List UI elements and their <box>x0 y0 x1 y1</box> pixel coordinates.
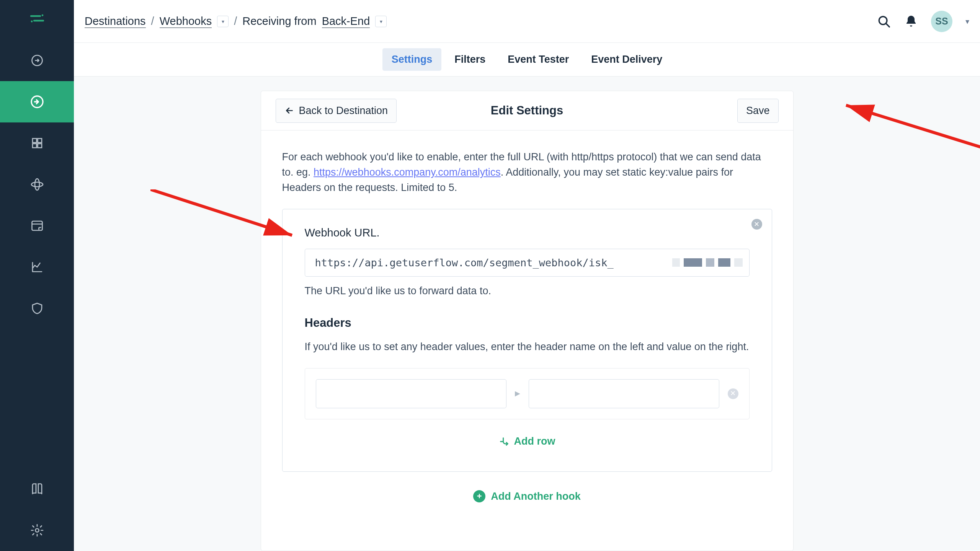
tab-event-delivery[interactable]: Event Delivery <box>582 48 671 71</box>
search-icon[interactable] <box>877 14 891 29</box>
svg-rect-5 <box>38 139 42 143</box>
breadcrumb-backend[interactable]: Back-End <box>322 15 370 28</box>
page-title: Edit Settings <box>491 104 563 117</box>
headers-label: Headers <box>305 314 750 332</box>
annotation-arrow-icon <box>835 103 980 153</box>
nav-sources[interactable] <box>0 40 74 81</box>
tab-filters[interactable]: Filters <box>445 48 495 71</box>
card-header: Back to Destination Edit Settings Save <box>261 91 793 130</box>
svg-point-8 <box>31 182 43 187</box>
user-menu-dropdown[interactable]: ▾ <box>965 17 969 26</box>
nav-docs[interactable] <box>0 468 74 510</box>
remove-header-icon[interactable]: ✕ <box>728 388 738 399</box>
svg-rect-4 <box>33 139 37 143</box>
svg-point-9 <box>35 179 39 190</box>
breadcrumb: Destinations / Webhooks ▾ / Receiving fr… <box>85 15 387 28</box>
topbar: Destinations / Webhooks ▾ / Receiving fr… <box>74 0 980 43</box>
backend-dropdown[interactable]: ▾ <box>375 16 387 27</box>
nav-catalog[interactable] <box>0 122 74 164</box>
back-button-label: Back to Destination <box>299 105 388 117</box>
card-body: For each webhook you'd like to enable, e… <box>261 130 793 527</box>
save-label: Save <box>746 105 770 117</box>
example-link[interactable]: https://webhooks.company.com/analytics <box>314 166 501 178</box>
subtabs: Settings Filters Event Tester Event Deli… <box>74 43 980 77</box>
description: For each webhook you'd like to enable, e… <box>282 150 772 196</box>
webhooks-dropdown[interactable]: ▾ <box>217 16 229 27</box>
header-name-input[interactable] <box>316 379 506 408</box>
tab-settings[interactable]: Settings <box>382 48 442 71</box>
nav-privacy[interactable] <box>0 288 74 329</box>
svg-point-12 <box>879 16 887 24</box>
tab-event-tester[interactable]: Event Tester <box>498 48 578 71</box>
back-button[interactable]: Back to Destination <box>276 99 397 123</box>
delete-webhook-icon[interactable]: ✕ <box>751 219 762 230</box>
add-row-button[interactable]: Add row <box>305 434 750 449</box>
bell-icon[interactable] <box>904 15 918 28</box>
settings-card: Back to Destination Edit Settings Save F… <box>261 91 794 551</box>
add-hook-label: Add Another hook <box>491 489 580 504</box>
nav-analytics[interactable] <box>0 246 74 288</box>
redacted-icon <box>672 258 743 267</box>
add-row-label: Add row <box>514 434 555 449</box>
svg-rect-10 <box>32 221 42 230</box>
breadcrumb-receiving: Receiving from <box>242 15 316 28</box>
svg-point-0 <box>41 15 43 16</box>
breadcrumb-sep: / <box>151 15 154 28</box>
svg-point-1 <box>31 21 33 23</box>
sidebar <box>0 0 74 551</box>
breadcrumb-webhooks[interactable]: Webhooks <box>160 15 212 28</box>
url-help-text: The URL you'd like us to forward data to… <box>305 284 750 299</box>
nav-settings[interactable] <box>0 510 74 551</box>
plus-circle-icon: + <box>473 490 485 502</box>
save-button[interactable]: Save <box>737 99 779 123</box>
nav-browser[interactable] <box>0 205 74 246</box>
header-value-input[interactable] <box>529 379 719 408</box>
breadcrumb-destinations[interactable]: Destinations <box>85 15 146 28</box>
headers-desc: If you'd like us to set any header value… <box>305 339 750 355</box>
svg-point-11 <box>35 529 39 532</box>
content-area: Back to Destination Edit Settings Save F… <box>74 77 980 551</box>
svg-line-14 <box>846 105 980 149</box>
header-row: ▶ ✕ <box>305 368 750 419</box>
main: Destinations / Webhooks ▾ / Receiving fr… <box>74 0 980 551</box>
segment-logo <box>26 8 48 29</box>
nav-schema[interactable] <box>0 164 74 205</box>
svg-rect-6 <box>33 144 37 148</box>
arrow-right-icon: ▶ <box>515 388 520 399</box>
webhook-url-label: Webhook URL. <box>305 225 750 241</box>
breadcrumb-sep: / <box>234 15 237 28</box>
add-hook-button[interactable]: + Add Another hook <box>282 472 772 516</box>
avatar[interactable]: SS <box>931 11 952 32</box>
nav-destinations[interactable] <box>0 81 74 122</box>
webhook-box: ✕ Webhook URL. The U <box>282 209 772 472</box>
svg-rect-7 <box>38 144 42 148</box>
